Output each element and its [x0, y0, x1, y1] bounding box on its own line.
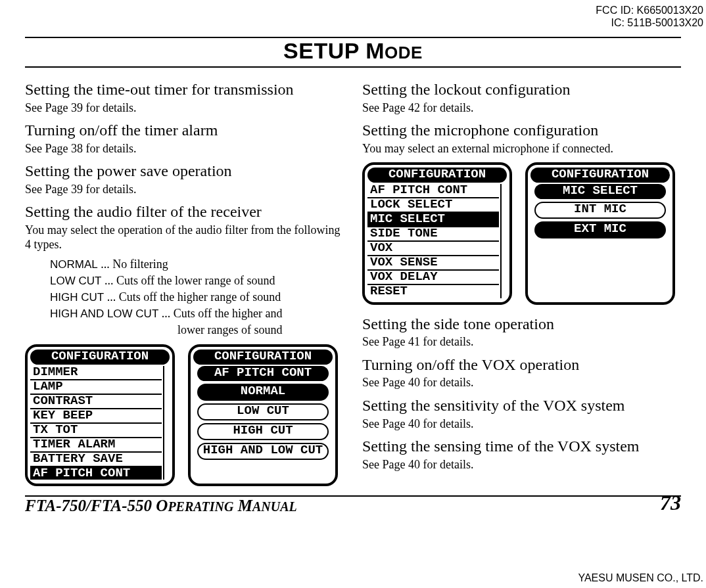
heading-lockout: Setting the lockout configuration	[362, 81, 681, 99]
option-selected[interactable]: EXT MIC	[534, 221, 666, 238]
option-selected[interactable]: NORMAL	[197, 384, 329, 401]
company-name: YAESU MUSEN CO., LTD.	[578, 572, 703, 584]
text-side-tone: See Page 41 for details.	[362, 334, 681, 350]
list-item[interactable]: TX TOT	[30, 424, 162, 438]
page: FCC ID: K6650013X20 IC: 511B-50013X20 SE…	[0, 0, 706, 588]
manual-b: PERATING	[168, 499, 233, 514]
list-item[interactable]: VOX	[367, 242, 499, 256]
panel-items: DIMMER LAMP CONTRAST KEY BEEP TX TOT TIM…	[30, 366, 162, 480]
text-lockout: See Page 42 for details.	[362, 101, 681, 116]
manual-a: FTA-750/FTA-550 O	[25, 497, 168, 514]
title-main: SETUP M	[283, 38, 385, 63]
text-vox-time: See Page 40 for details.	[362, 457, 681, 472]
filter-normal-label: NORMAL	[50, 258, 98, 271]
fcc-id: FCC ID: K6650013X20	[596, 4, 703, 16]
text-power-save: See Page 39 for details.	[25, 182, 344, 197]
option-item[interactable]: HIGH CUT	[197, 423, 329, 440]
text-mic: You may select an external microphone if…	[362, 141, 681, 156]
left-column: Setting the time-out timer for transmiss…	[25, 74, 344, 486]
panel-body: DIMMER LAMP CONTRAST KEY BEEP TX TOT TIM…	[30, 366, 170, 480]
content-columns: Setting the time-out timer for transmiss…	[25, 74, 681, 486]
config-list-panel-left: CONFIGURATION DIMMER LAMP CONTRAST KEY B…	[25, 344, 175, 486]
ic-id: IC: 511B-50013X20	[596, 16, 703, 29]
list-item-selected[interactable]: MIC SELECT	[367, 213, 499, 227]
heading-power-save: Setting the power save operation	[25, 162, 344, 181]
heading-mic: Setting the microphone configuration	[362, 122, 681, 140]
scrollbar-track[interactable]	[163, 366, 170, 480]
heading-side-tone: Setting the side tone operation	[362, 315, 681, 334]
option-item[interactable]: HIGH AND LOW CUT	[197, 443, 329, 460]
text-vox-sens: See Page 40 for details.	[362, 417, 681, 432]
panel-title: CONFIGURATION	[367, 168, 507, 183]
filter-lowcut: LOW CUT ... Cuts off the lower range of …	[50, 273, 344, 289]
scrollbar-track[interactable]	[500, 184, 507, 298]
filter-normal-desc: ... No filtering	[98, 258, 168, 271]
option-item[interactable]: LOW CUT	[197, 403, 329, 420]
page-title: SETUP MODE	[25, 38, 681, 64]
right-column: Setting the lockout configuration See Pa…	[362, 74, 681, 486]
list-item[interactable]: SIDE TONE	[367, 227, 499, 242]
panel-items: AF PITCH CONT LOCK SELECT MIC SELECT SID…	[367, 184, 499, 298]
page-number: 73	[660, 491, 681, 515]
panel-title: CONFIGURATION	[193, 350, 333, 365]
heading-vox: Turning on/off the VOX operation	[362, 356, 681, 374]
panel-subheader: AF PITCH CONT	[197, 366, 329, 381]
manual-d: ANUAL	[252, 499, 297, 514]
list-item[interactable]: RESET	[367, 285, 499, 298]
list-item-selected[interactable]: AF PITCH CONT	[30, 467, 162, 480]
list-item[interactable]: VOX DELAY	[367, 271, 499, 285]
filter-highcut: HIGH CUT ... Cuts off the higher range o…	[50, 289, 344, 305]
filter-lowcut-label: LOW CUT	[50, 275, 101, 287]
text-timer-alarm: See Page 38 for details.	[25, 141, 344, 156]
filter-highlowcut: HIGH AND LOW CUT ... Cuts off the higher…	[50, 305, 344, 338]
heading-timeout: Setting the time-out timer for transmiss…	[25, 81, 344, 99]
heading-vox-time: Setting the sensing time of the VOX syst…	[362, 438, 681, 456]
panel-subheader: MIC SELECT	[534, 184, 666, 199]
manual-name: FTA-750/FTA-550 OPERATING MANUAL	[25, 497, 297, 515]
list-item[interactable]: CONTRAST	[30, 395, 162, 409]
heading-audio-filter: Setting the audio filter of the receiver	[25, 203, 344, 221]
manual-c: M	[233, 497, 252, 514]
filter-normal: NORMAL ... No filtering	[50, 256, 344, 273]
option-item[interactable]: INT MIC	[534, 202, 666, 219]
panel-title: CONFIGURATION	[530, 168, 670, 183]
list-item[interactable]: DIMMER	[30, 366, 162, 380]
panel-body: AF PITCH CONT LOCK SELECT MIC SELECT SID…	[367, 184, 507, 298]
config-options-panel-right: CONFIGURATION MIC SELECT INT MIC EXT MIC	[525, 162, 675, 304]
text-audio-filter: You may select the operation of the audi…	[25, 223, 344, 252]
filter-highcut-desc: ... Cuts off the higher range of sound	[104, 290, 281, 304]
list-item[interactable]: LAMP	[30, 380, 162, 395]
list-item[interactable]: VOX SENSE	[367, 256, 499, 271]
text-timeout: See Page 39 for details.	[25, 101, 344, 116]
list-item[interactable]: KEY BEEP	[30, 409, 162, 424]
panel-title: CONFIGURATION	[30, 350, 170, 365]
rule-bottom	[25, 66, 681, 68]
filter-highlow-label: HIGH AND LOW CUT	[50, 307, 158, 320]
footer-row: FTA-750/FTA-550 OPERATING MANUAL 73	[25, 497, 681, 515]
config-options-panel-left: CONFIGURATION AF PITCH CONT NORMAL LOW C…	[188, 344, 338, 486]
list-item[interactable]: LOCK SELECT	[367, 198, 499, 213]
text-vox: See Page 40 for details.	[362, 375, 681, 390]
heading-vox-sens: Setting the sensitivity of the VOX syste…	[362, 397, 681, 415]
left-panels: CONFIGURATION DIMMER LAMP CONTRAST KEY B…	[25, 344, 344, 486]
filter-highlow-desc1: ... Cuts off the higher and	[158, 307, 282, 320]
list-item[interactable]: AF PITCH CONT	[367, 184, 499, 198]
filter-highlow-desc2: lower ranges of sound	[177, 322, 344, 338]
filter-list: NORMAL ... No filtering LOW CUT ... Cuts…	[50, 256, 344, 338]
filter-highcut-label: HIGH CUT	[50, 291, 104, 304]
list-item[interactable]: BATTERY SAVE	[30, 453, 162, 467]
regulatory-ids: FCC ID: K6650013X20 IC: 511B-50013X20	[596, 4, 703, 29]
right-panels: CONFIGURATION AF PITCH CONT LOCK SELECT …	[362, 162, 681, 304]
filter-lowcut-desc: ... Cuts off the lower range of sound	[101, 274, 275, 287]
heading-timer-alarm: Turning on/off the timer alarm	[25, 122, 344, 140]
config-list-panel-right: CONFIGURATION AF PITCH CONT LOCK SELECT …	[362, 162, 512, 304]
list-item[interactable]: TIMER ALARM	[30, 438, 162, 453]
title-smallcaps: ODE	[385, 43, 423, 62]
